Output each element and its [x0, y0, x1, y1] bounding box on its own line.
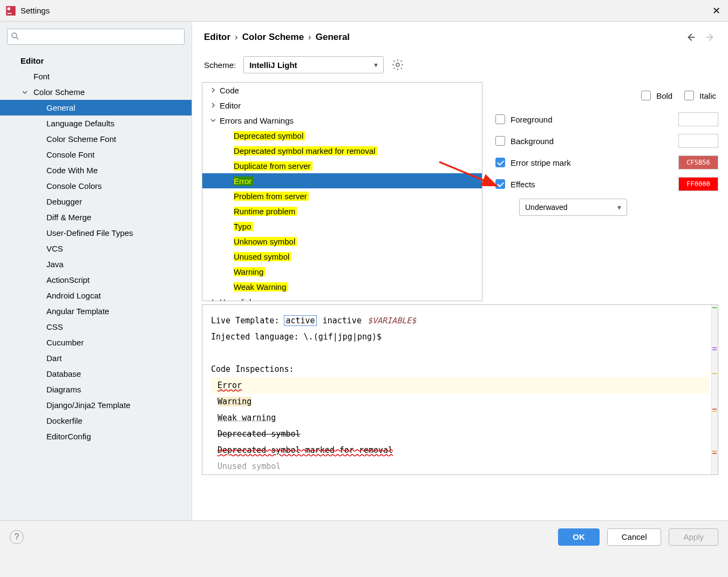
sidebar-item[interactable]: Console Colors: [0, 178, 192, 194]
footer: ? OK Cancel Apply: [0, 520, 728, 553]
sidebar-item[interactable]: Angular Template: [0, 303, 192, 319]
foreground-checkbox[interactable]: [495, 114, 505, 124]
svg-point-7: [396, 63, 399, 66]
tree-item[interactable]: Problem from server: [202, 188, 482, 203]
scheme-select[interactable]: IntelliJ Light ▾: [243, 56, 384, 73]
sidebar-item[interactable]: Database: [0, 366, 192, 382]
tree-item[interactable]: Warning: [202, 264, 482, 279]
effects-swatch[interactable]: FF0000: [678, 177, 718, 191]
svg-rect-1: [8, 7, 10, 10]
sidebar-item[interactable]: Code With Me: [0, 162, 192, 178]
gear-icon[interactable]: [391, 58, 404, 71]
sidebar-item[interactable]: Diagrams: [0, 382, 192, 397]
sidebar-item[interactable]: Django/Jinja2 Template: [0, 397, 192, 413]
sidebar-item[interactable]: VCS: [0, 241, 192, 256]
svg-rect-2: [8, 12, 12, 13]
breadcrumb: Editor › Color Scheme › General: [192, 22, 728, 51]
chevron-down-icon: ▾: [617, 203, 621, 212]
cancel-button[interactable]: Cancel: [607, 528, 662, 546]
background-checkbox[interactable]: [495, 136, 505, 146]
sidebar-item[interactable]: EditorConfig: [0, 429, 192, 444]
window-title: Settings: [21, 6, 710, 15]
sidebar-item[interactable]: Color Scheme Font: [0, 131, 192, 147]
effects-type-select[interactable]: Underwaved▾: [519, 199, 627, 216]
tree-item[interactable]: Deprecated symbol: [202, 128, 482, 143]
sidebar-item[interactable]: CSS: [0, 319, 192, 335]
tree-item[interactable]: Unused symbol: [202, 249, 482, 264]
search-icon: [11, 32, 19, 40]
italic-checkbox[interactable]: [684, 91, 694, 100]
sidebar-item[interactable]: Language Defaults: [0, 116, 192, 131]
sidebar-item[interactable]: Console Font: [0, 147, 192, 162]
sidebar-item[interactable]: Debugger: [0, 194, 192, 209]
sidebar-item[interactable]: ActionScript: [0, 272, 192, 288]
tree-item[interactable]: Editor: [202, 98, 482, 113]
tree-item[interactable]: Code: [202, 83, 482, 98]
sidebar-item[interactable]: Java: [0, 256, 192, 272]
tree-item[interactable]: Duplicate from server: [202, 158, 482, 173]
sidebar-item[interactable]: General: [0, 100, 192, 116]
stripe-swatch[interactable]: CF5B56: [678, 155, 718, 169]
svg-point-3: [12, 33, 17, 38]
stripe-checkbox[interactable]: [495, 158, 505, 167]
sidebar-item[interactable]: Cucumber: [0, 335, 192, 350]
apply-button[interactable]: Apply: [669, 528, 718, 546]
sidebar-item[interactable]: Dockerfile: [0, 413, 192, 429]
close-icon[interactable]: ✕: [710, 4, 723, 17]
ok-button[interactable]: OK: [558, 528, 600, 546]
tree-item[interactable]: Errors and Warnings: [202, 113, 482, 128]
sidebar: EditorFontColor SchemeGeneralLanguage De…: [0, 22, 192, 520]
settings-nav: EditorFontColor SchemeGeneralLanguage De…: [0, 52, 192, 520]
app-icon: [5, 5, 16, 16]
tree-item[interactable]: Weak Warning: [202, 279, 482, 294]
chevron-down-icon: ▾: [374, 60, 378, 69]
options-panel: Bold Italic Foreground Background Error …: [495, 82, 718, 301]
search-input[interactable]: [7, 29, 185, 45]
sidebar-item[interactable]: Diff & Merge: [0, 209, 192, 225]
background-swatch[interactable]: [678, 134, 718, 148]
sidebar-item[interactable]: Editor: [0, 53, 192, 69]
foreground-swatch[interactable]: [678, 112, 718, 126]
tree-item[interactable]: Unknown symbol: [202, 234, 482, 249]
svg-line-4: [16, 37, 18, 39]
preview-pane: Live Template: active inactive $VARIABLE…: [202, 304, 718, 475]
sidebar-item[interactable]: Dart: [0, 350, 192, 366]
bold-checkbox[interactable]: [641, 91, 651, 100]
tree-item[interactable]: Error: [202, 173, 482, 188]
sidebar-item[interactable]: Android Logcat: [0, 288, 192, 303]
help-icon[interactable]: ?: [10, 530, 24, 544]
sidebar-item[interactable]: User-Defined File Types: [0, 225, 192, 241]
sidebar-item[interactable]: Font: [0, 69, 192, 84]
scheme-label: Scheme:: [204, 60, 236, 70]
tree-item[interactable]: Deprecated symbol marked for removal: [202, 143, 482, 158]
color-tree: CodeEditorErrors and WarningsDeprecated …: [202, 82, 482, 301]
tree-item[interactable]: Runtime problem: [202, 203, 482, 219]
tree-item[interactable]: Hyperlinks: [202, 294, 482, 301]
forward-icon[interactable]: [704, 31, 716, 43]
back-icon[interactable]: [685, 31, 697, 43]
sidebar-item[interactable]: Color Scheme: [0, 84, 192, 100]
error-stripe[interactable]: [711, 305, 718, 474]
effects-checkbox[interactable]: [495, 179, 505, 189]
titlebar: Settings ✕: [0, 0, 728, 22]
tree-item[interactable]: Typo: [202, 219, 482, 234]
